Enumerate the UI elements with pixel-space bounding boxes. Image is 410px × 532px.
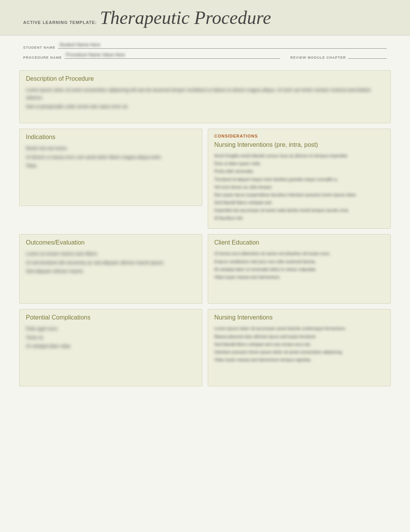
student-name-label: STUDENT NAME bbox=[23, 46, 56, 49]
description-section: Description of Procedure Lorem ipsum dol… bbox=[19, 70, 391, 123]
indications-line3: Vitae. bbox=[26, 162, 196, 170]
description-content: Lorem ipsum dolor sit amet consectetur a… bbox=[26, 86, 384, 110]
ni-line7: Sed blandit libero volutpat sed. bbox=[214, 199, 384, 206]
considerations-title: CONSIDERATIONS bbox=[214, 134, 384, 138]
comp-line2: Tortor id. bbox=[26, 334, 196, 342]
nint-line3: Sed blandit libero volutpat sed cras orn… bbox=[214, 341, 384, 348]
indications-section: Indications Morbi nisl nisi lorem. Ut di… bbox=[19, 129, 202, 206]
nursing-interventions-title: Nursing Interventions bbox=[214, 314, 384, 321]
student-name-value: Student Name Here bbox=[59, 42, 100, 48]
form-fields: STUDENT NAME Student Name Here PROCEDURE… bbox=[0, 36, 410, 66]
outcomes-line2: Ut nisl tincidunt elit nonummy ac sed al… bbox=[26, 259, 196, 267]
nursing-interventions-column: Nursing Interventions Lorem ipsum dolor … bbox=[208, 309, 391, 386]
comp-line1: Felis eget nunc. bbox=[26, 325, 196, 333]
description-text: Lorem ipsum dolor sit amet consectetur a… bbox=[26, 86, 384, 102]
complications-title: Potential Complications bbox=[26, 314, 196, 321]
outcomes-title: Outcomes/Evaluation bbox=[26, 239, 196, 246]
procedure-name-line[interactable]: Procedure Name Value Here bbox=[64, 53, 280, 59]
ni-line5: Vel eros donec ac odio tempor. bbox=[214, 184, 384, 190]
considerations-column: CONSIDERATIONS Nursing Interventions (pr… bbox=[208, 129, 391, 229]
indications-title: Indications bbox=[26, 134, 196, 141]
client-education-column: Client Education Ut lectus arcu bibendum… bbox=[208, 234, 391, 304]
considerations-section: CONSIDERATIONS Nursing Interventions (pr… bbox=[208, 129, 391, 229]
indications-line1: Morbi nisl nisi lorem. bbox=[26, 144, 196, 152]
indications-considerations-row: Indications Morbi nisl nisi lorem. Ut di… bbox=[19, 129, 391, 229]
ni-line2: Duis ut diam quam nulla. bbox=[214, 160, 384, 167]
indications-content: Morbi nisl nisi lorem. Ut dictum a massa… bbox=[26, 144, 196, 170]
indications-column: Indications Morbi nisl nisi lorem. Ut di… bbox=[19, 129, 202, 229]
ni-line8: Imperdiet dui accumsan sit amet nulla fa… bbox=[214, 207, 384, 214]
ni-line1: Amet fringilla morbi blandit cursus risu… bbox=[214, 152, 384, 159]
complications-nursing-row: Potential Complications Felis eget nunc.… bbox=[19, 309, 391, 386]
student-name-row: STUDENT NAME Student Name Here bbox=[23, 42, 387, 49]
ni-line9: Id faucibus nisl. bbox=[214, 214, 384, 221]
review-module-section: REVIEW MODULE CHAPTER bbox=[290, 53, 387, 59]
nursing-interventions-pre-title: Nursing Interventions (pre, intra, post) bbox=[214, 141, 384, 148]
nint-line5: Vitae turpis massa sed elementum tempus … bbox=[214, 356, 384, 363]
nint-line4: Interdum posuere lorem ipsum dolor sit a… bbox=[214, 348, 384, 355]
nursing-interventions-section: Nursing Interventions Lorem ipsum dolor … bbox=[208, 309, 391, 386]
complications-section: Potential Complications Felis eget nunc.… bbox=[19, 309, 202, 386]
nursing-interventions-pre-content: Amet fringilla morbi blandit cursus risu… bbox=[214, 152, 384, 221]
description-title: Description of Procedure bbox=[26, 75, 384, 82]
complications-column: Potential Complications Felis eget nunc.… bbox=[19, 309, 202, 386]
indications-line2: Ut dictum a massa eros cum amet dolor li… bbox=[26, 153, 196, 161]
ni-line4: Tincidunt id aliquet risque enim facilis… bbox=[214, 176, 384, 183]
header-title: Therapeutic Procedure bbox=[100, 7, 271, 28]
student-name-line[interactable]: Student Name Here bbox=[58, 42, 387, 49]
client-education-title: Client Education bbox=[214, 239, 384, 246]
nint-line1: Lorem ipsum dolor sit accumsan amet lobo… bbox=[214, 325, 384, 332]
ce-line3: At volutpat diam ut venenatis tellus in … bbox=[214, 266, 384, 273]
ni-line3: Porta nibh venenatis. bbox=[214, 168, 384, 175]
page: ACTIVE LEARNING TEMPLATE: Therapeutic Pr… bbox=[0, 0, 410, 532]
ni-line6: Non quam lacus suspendisse faucibus inte… bbox=[214, 191, 384, 198]
description-text-2: Sed ut perspiciatis unde omnis iste natu… bbox=[26, 103, 384, 110]
outcomes-content: Lorem at ornare viverra nam libero. Ut n… bbox=[26, 250, 196, 275]
procedure-name-row: PROCEDURE NAME Procedure Name Value Here… bbox=[23, 53, 387, 59]
nint-line2: Massa placerat duis ultricies lacus sed … bbox=[214, 333, 384, 340]
ce-line2: A lacus vestibulum sed arcu non odio eui… bbox=[214, 258, 384, 265]
outcomes-cliented-row: Outcomes/Evaluation Lorem at ornare vive… bbox=[19, 234, 391, 304]
ce-line1: Ut lectus arcu bibendum at varius vel ph… bbox=[214, 250, 384, 257]
main-content: Description of Procedure Lorem ipsum dol… bbox=[0, 66, 410, 399]
procedure-name-label: PROCEDURE NAME bbox=[23, 56, 62, 59]
header: ACTIVE LEARNING TEMPLATE: Therapeutic Pr… bbox=[0, 0, 410, 36]
review-module-label: REVIEW MODULE CHAPTER bbox=[290, 56, 346, 59]
outcomes-section: Outcomes/Evaluation Lorem at ornare vive… bbox=[19, 234, 202, 304]
header-label: ACTIVE LEARNING TEMPLATE: bbox=[23, 20, 97, 25]
client-education-section: Client Education Ut lectus arcu bibendum… bbox=[208, 234, 391, 304]
nursing-interventions-content: Lorem ipsum dolor sit accumsan amet lobo… bbox=[214, 325, 384, 363]
review-module-line[interactable] bbox=[348, 53, 387, 59]
outcomes-column: Outcomes/Evaluation Lorem at ornare vive… bbox=[19, 234, 202, 304]
complications-content: Felis eget nunc. Tortor id. At volutpat … bbox=[26, 325, 196, 350]
comp-line3: At volutpat diam vitae. bbox=[26, 342, 196, 350]
outcomes-line1: Lorem at ornare viverra nam libero. bbox=[26, 250, 196, 258]
outcomes-line3: Sed aliquam ultrices mauris. bbox=[26, 267, 196, 275]
ce-line4: Vitae turpis massa sed elementum. bbox=[214, 274, 384, 280]
procedure-name-value: Procedure Name Value Here bbox=[66, 52, 125, 58]
client-education-content: Ut lectus arcu bibendum at varius vel ph… bbox=[214, 250, 384, 280]
